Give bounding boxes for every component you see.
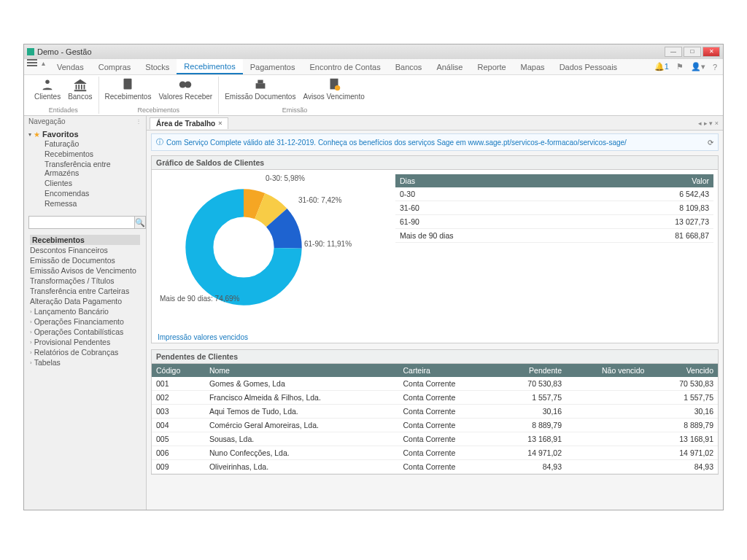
saldo-th-valor: Valor xyxy=(584,174,713,187)
cat-item-expandable[interactable]: ›Operações Contabilísticas xyxy=(30,327,140,337)
nav-item[interactable]: Clientes xyxy=(44,178,142,188)
menu-item-dados-pessoais[interactable]: Dados Pessoais xyxy=(552,59,625,74)
chevron-right-icon: › xyxy=(30,308,32,315)
donut-chart: 0-30: 5,98%31-60: 7,42%61-90: 11,91%Mais… xyxy=(156,174,390,327)
nav-item[interactable]: Transferência entre Armazéns xyxy=(44,159,142,178)
svg-point-9 xyxy=(335,85,340,90)
table-row[interactable]: 001Gomes & Gomes, LdaConta Corrente70 53… xyxy=(152,377,718,391)
menu-item-compras[interactable]: Compras xyxy=(91,59,139,74)
menu-item-reporte[interactable]: Reporte xyxy=(470,59,513,74)
titlebar: Demo - Gestão — □ ✕ xyxy=(24,44,723,59)
cat-item[interactable]: Emissão de Documentos xyxy=(30,255,140,265)
panel-pendentes-title: Pendentes de Clientes xyxy=(152,350,718,364)
recebimentos-button[interactable]: Recebimentos xyxy=(105,77,152,101)
panel-saldos-title: Gráfico de Saldos de Clientes xyxy=(152,156,718,170)
notification-icon[interactable]: 🔔1 xyxy=(654,62,669,71)
table-row[interactable]: 004Comércio Geral Amoreiras, Lda.Conta C… xyxy=(152,419,718,432)
app-window: Demo - Gestão — □ ✕ ▴ VendasComprasStock… xyxy=(23,44,724,510)
chevron-right-icon: › xyxy=(30,319,32,325)
pend-th: Vencido xyxy=(649,364,718,377)
tabstrip-controls[interactable]: ◂ ▸ ▾ × xyxy=(698,120,723,127)
nav-item[interactable]: Recebimentos xyxy=(44,149,142,159)
nav-item[interactable]: Faturação xyxy=(44,139,142,149)
chevron-right-icon: › xyxy=(30,329,32,335)
emissao-documentos-button[interactable]: Emissão Documentos xyxy=(225,77,295,101)
donut-label: 0-30: 5,98% xyxy=(266,174,305,182)
avisos-vencimento-button[interactable]: Avisos Vencimento xyxy=(303,77,364,101)
pend-th: Código xyxy=(152,364,205,377)
main-area: Área de Trabalho × ◂ ▸ ▾ × ⓘ Com Serviço… xyxy=(147,116,723,510)
ribbon: Clientes Bancos Entidades Recebimentos V… xyxy=(24,75,723,116)
menu-item-pagamentos[interactable]: Pagamentos xyxy=(243,59,303,74)
menu-item-recebimentos[interactable]: Recebimentos xyxy=(177,59,242,74)
cat-item[interactable]: Recebimentos xyxy=(30,235,140,245)
panel-saldos: Gráfico de Saldos de Clientes 0-30: 5,98… xyxy=(151,155,719,343)
table-row[interactable]: 006Nuno Confecções, Lda.Conta Corrente14… xyxy=(152,446,718,460)
svg-rect-6 xyxy=(255,83,265,88)
pend-th: Nome xyxy=(205,364,399,377)
info-icon: ⓘ xyxy=(156,137,163,147)
app-icon xyxy=(27,48,34,55)
menu-item-vendas[interactable]: Vendas xyxy=(50,59,91,74)
close-tab-icon[interactable]: × xyxy=(218,120,222,127)
flag-icon[interactable]: ⚑ xyxy=(676,62,684,71)
cat-item-expandable[interactable]: ›Tabelas xyxy=(30,357,140,368)
cat-item[interactable]: Transformações / Títulos xyxy=(30,276,140,286)
refresh-icon[interactable]: ⟳ xyxy=(708,139,713,147)
valores-receber-button[interactable]: Valores Receber xyxy=(158,77,212,101)
pend-th: Não vencido xyxy=(566,364,649,377)
tabstrip: Área de Trabalho × ◂ ▸ ▾ × xyxy=(147,116,723,131)
table-row: 31-608 109,83 xyxy=(395,201,713,215)
info-banner: ⓘ Com Serviço Complete válido até 31-12-… xyxy=(151,133,719,151)
user-icon[interactable]: 👤▾ xyxy=(691,62,705,71)
table-row: 0-306 542,43 xyxy=(395,187,713,201)
close-button[interactable]: ✕ xyxy=(703,47,720,57)
menu-item-análise[interactable]: Análise xyxy=(429,59,470,74)
donut-label: 31-60: 7,42% xyxy=(298,196,342,204)
help-icon[interactable]: ? xyxy=(713,63,717,71)
cat-item[interactable]: Emissão Avisos de Vencimento xyxy=(30,265,140,276)
tab-area-trabalho[interactable]: Área de Trabalho × xyxy=(150,117,228,129)
nav-item[interactable]: Remessa xyxy=(44,198,142,209)
svg-rect-1 xyxy=(124,79,132,90)
cat-item[interactable]: Descontos Financeiros xyxy=(30,245,140,255)
favorites-root[interactable]: ▾ ★ Favoritos xyxy=(28,130,142,139)
hamburger-icon[interactable] xyxy=(27,59,37,74)
table-row: 61-9013 027,73 xyxy=(395,215,713,229)
search-button[interactable]: 🔍 xyxy=(135,216,146,229)
cat-item-expandable[interactable]: ›Relatórios de Cobranças xyxy=(30,347,140,357)
clientes-button[interactable]: Clientes xyxy=(34,77,61,101)
collapse-menu-icon[interactable]: ▴ xyxy=(42,59,45,74)
menu-item-bancos[interactable]: Bancos xyxy=(388,59,430,74)
table-row[interactable]: 002Francisco Almeida & Filhos, Lda.Conta… xyxy=(152,391,718,405)
svg-rect-7 xyxy=(258,80,263,84)
search-input[interactable] xyxy=(28,216,135,229)
table-row: Mais de 90 dias81 668,87 xyxy=(395,229,713,243)
svg-rect-2 xyxy=(125,81,131,82)
cat-item[interactable]: Alteração Data Pagamento xyxy=(30,296,140,306)
pend-th: Carteira xyxy=(399,364,498,377)
table-row[interactable]: 005Sousas, Lda.Conta Corrente13 168,9113… xyxy=(152,432,718,446)
window-title: Demo - Gestão xyxy=(37,47,92,56)
cat-item[interactable]: Transferência entre Carteiras xyxy=(30,286,140,296)
svg-rect-3 xyxy=(125,82,131,83)
minimize-button[interactable]: — xyxy=(665,47,682,57)
bancos-button[interactable]: Bancos xyxy=(68,77,92,101)
nav-item[interactable]: Encomendas xyxy=(44,188,142,198)
menu-item-stocks[interactable]: Stocks xyxy=(138,59,177,74)
favorites-label: Favoritos xyxy=(42,130,79,139)
cat-item-expandable[interactable]: ›Lançamento Bancário xyxy=(30,306,140,316)
chevron-down-icon: ▾ xyxy=(28,131,31,138)
table-row[interactable]: 003Aqui Temos de Tudo, Lda.Conta Corrent… xyxy=(152,405,718,419)
maximize-button[interactable]: □ xyxy=(684,47,701,57)
menu-item-mapas[interactable]: Mapas xyxy=(514,59,552,74)
star-icon: ★ xyxy=(34,131,40,139)
cat-item-expandable[interactable]: ›Operações Financiamento xyxy=(30,316,140,327)
ribbon-group-emissao: Emissão xyxy=(282,106,308,114)
table-row[interactable]: 009Oliveirinhas, Lda.Conta Corrente84,93… xyxy=(152,460,718,474)
link-impressao-vencidos[interactable]: Impressão valores vencidos xyxy=(152,332,718,343)
menu-item-encontro-de-contas[interactable]: Encontro de Contas xyxy=(302,59,387,74)
svg-point-5 xyxy=(185,81,191,88)
cat-item-expandable[interactable]: ›Provisional Pendentes xyxy=(30,337,140,347)
saldo-table: Dias Valor 0-306 542,4331-608 109,8361-9… xyxy=(395,174,713,243)
